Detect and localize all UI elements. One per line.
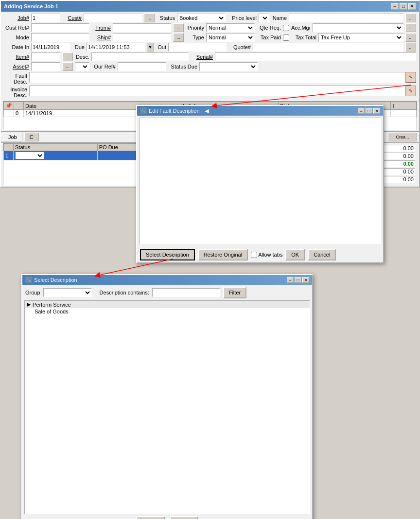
cust-label: Cust#	[62, 15, 82, 21]
quote-ellipsis[interactable]: ...	[405, 43, 416, 52]
asset-ellipsis[interactable]: ...	[62, 62, 73, 71]
status-due-select[interactable]	[199, 62, 258, 71]
fault-desc-edit-btn[interactable]: ✎	[405, 72, 416, 83]
line-col-podue: PO Due	[97, 144, 155, 151]
due-dropdown[interactable]: ▼	[147, 43, 154, 52]
total-value: 0.00	[381, 160, 415, 167]
line-status-select[interactable]	[15, 152, 44, 159]
cust-ref-input[interactable]	[31, 23, 89, 32]
fault-desc-label: FaultDesc.	[4, 72, 29, 85]
type-label: Type	[186, 35, 204, 40]
from-ellipsis[interactable]: ...	[173, 23, 184, 32]
price-level-label: Price level	[228, 15, 257, 21]
totals-panel: SubTotal $ 0.00 Tax $ 0.00 Total $ (AUD)…	[312, 143, 419, 186]
item-label: Item#	[4, 54, 29, 60]
tax-label: Tax $	[316, 153, 329, 159]
our-ref-input[interactable]	[118, 62, 166, 71]
status-due-label: Status Due	[168, 64, 197, 69]
from-label: From#	[91, 25, 111, 31]
our-ref-label: Our Ref#	[91, 64, 116, 69]
status-select[interactable]: Booked	[177, 14, 226, 22]
serial-label: Serial#	[191, 54, 213, 60]
main-window: Adding Service Job 1 – □ ✕ Job# Cust# ..…	[0, 0, 420, 188]
fault-desc-input[interactable]	[29, 72, 405, 83]
serial-input[interactable]	[215, 52, 416, 61]
name-label: Name	[271, 15, 287, 21]
tax-total-select[interactable]: Tax Free Up	[318, 33, 403, 42]
out-input[interactable]	[168, 43, 227, 52]
tab-c[interactable]: C	[24, 133, 39, 141]
line-col-total: Total	[272, 144, 310, 151]
tax-paid-label: Tax Paid	[257, 35, 281, 40]
invoice-desc-label: InvoiceDesc.	[4, 86, 29, 98]
acc-mgr-ellipsis[interactable]: ...	[405, 23, 416, 32]
prepaid-label: Prepaid $	[316, 168, 339, 175]
from-input[interactable]	[113, 23, 171, 32]
due-input[interactable]	[87, 43, 145, 52]
col-status: Status	[278, 102, 391, 110]
asset-input[interactable]	[31, 62, 60, 71]
asset-label: Asset#	[4, 64, 29, 69]
qte-req-label: Qte Req.	[257, 25, 281, 31]
acc-mgr-label: Acc.Mgr	[291, 25, 311, 31]
invoice-desc-edit-btn[interactable]: ✎	[405, 86, 416, 96]
cust-ref-label: Cust Ref#	[4, 25, 29, 31]
desc-input[interactable]	[91, 52, 189, 61]
ship-label: Ship#	[91, 35, 111, 40]
tax-total-label: Tax Total	[291, 35, 316, 40]
balance-due-label: Balance Due $	[316, 176, 351, 183]
title-bar: Adding Service Job 1 – □ ✕	[1, 1, 419, 12]
history-row: 0 14/11/2019 SYS Booked	[4, 110, 417, 117]
asset-select[interactable]	[75, 62, 89, 71]
line-row: 1 ...	[4, 151, 310, 160]
job-label: Job#	[4, 15, 29, 21]
close-btn[interactable]: ✕	[408, 3, 416, 10]
type-select[interactable]: Normal	[206, 33, 255, 42]
mode-input[interactable]	[31, 33, 89, 42]
item-input[interactable]	[31, 52, 60, 61]
subtotal-label: SubTotal $	[316, 145, 342, 152]
quote-label: Quote#	[228, 44, 251, 50]
tax-value: 0.00	[381, 153, 415, 159]
line-ellipsis[interactable]: ...	[237, 152, 247, 159]
total-label: Total $ (AUD)	[316, 160, 350, 167]
col-initials: Initials	[181, 102, 279, 110]
pencil-icon: ✎	[409, 75, 413, 80]
main-title: Adding Service Job 1	[4, 3, 58, 9]
status-label: Status	[157, 15, 175, 21]
priority-label: Priority	[186, 25, 204, 31]
maximize-btn[interactable]: □	[400, 3, 407, 10]
pencil-icon2: ✎	[409, 88, 413, 93]
tax-total-ellipsis[interactable]: ...	[405, 33, 416, 42]
price-level-select[interactable]	[259, 14, 269, 22]
col-attach: 📌	[4, 102, 14, 110]
cust-input[interactable]	[84, 14, 142, 22]
name-ellipsis[interactable]: ...	[405, 14, 416, 22]
line-col-status: Status	[14, 144, 98, 151]
prepaid-value: 0.00	[381, 168, 415, 175]
qte-req-checkbox[interactable]	[283, 25, 289, 31]
ship-ellipsis[interactable]: ...	[173, 33, 184, 42]
line-col-stockcode: Stock Code	[155, 144, 235, 151]
cust-ellipsis[interactable]: ...	[144, 14, 155, 22]
line-col-num	[4, 144, 14, 151]
desc-label: Desc.	[75, 54, 89, 60]
out-label: Out	[156, 44, 166, 50]
job-input[interactable]	[31, 14, 60, 22]
date-in-input[interactable]	[31, 43, 70, 52]
mode-label: Mode	[4, 35, 29, 40]
quote-input[interactable]	[253, 43, 403, 52]
item-ellipsis[interactable]: ...	[62, 52, 73, 61]
date-in-label: Date In	[4, 44, 29, 50]
add-line-btn[interactable]: Crea...	[388, 133, 417, 141]
balance-due-value: 0.00	[381, 176, 415, 183]
acc-mgr-select[interactable]	[313, 23, 403, 32]
name-input[interactable]	[289, 14, 403, 22]
tax-paid-checkbox[interactable]	[283, 35, 289, 41]
subtotal-value: 0.00	[381, 145, 415, 152]
minimize-btn[interactable]: –	[391, 3, 399, 10]
priority-select[interactable]: Normal	[206, 23, 255, 32]
invoice-desc-input[interactable]	[29, 86, 405, 96]
tab-job[interactable]: Job	[3, 133, 22, 141]
ship-input[interactable]	[113, 33, 171, 42]
